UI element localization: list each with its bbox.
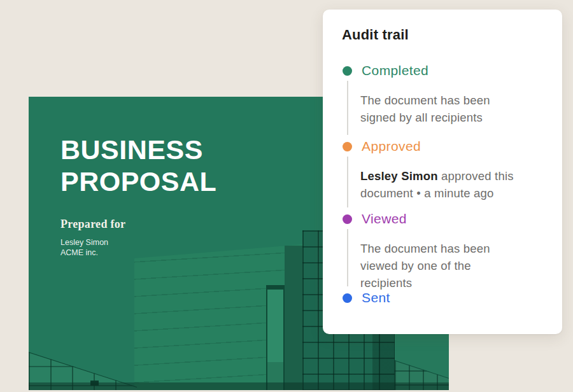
audit-event-viewed: Viewed The document has beenviewed by on… xyxy=(342,212,543,291)
recipient-name: Lesley Simon xyxy=(60,238,108,247)
status-description-viewed: The document has beenviewed by one of th… xyxy=(360,240,521,291)
audit-event-completed: Completed The document has beensigned by… xyxy=(342,64,543,126)
audit-event-sent: Sent xyxy=(342,291,543,305)
description-line: signed by all recipients xyxy=(360,111,483,124)
description-line: The document has been xyxy=(360,94,490,107)
prepared-for-label: Prepared for xyxy=(60,218,125,231)
recipient-company: ACME inc. xyxy=(60,248,98,257)
audit-event-approved: Approved Lesley Simon approved thisdocum… xyxy=(342,139,543,202)
building-graphic-base-band xyxy=(29,382,449,390)
status-dot-viewed xyxy=(343,214,352,224)
status-description-completed: The document has beensigned by all recip… xyxy=(360,92,521,126)
page-canvas: BUSINESSPROPOSAL Prepared for Lesley Sim… xyxy=(0,0,573,392)
status-description-approved: Lesley Simon approved thisdocument • a m… xyxy=(360,167,521,202)
timeline-connector xyxy=(347,81,348,135)
status-dot-sent xyxy=(343,293,352,303)
timeline-connector xyxy=(347,157,348,207)
status-label-viewed: Viewed xyxy=(362,211,407,227)
building-graphic-edge xyxy=(285,246,302,390)
status-dot-approved xyxy=(343,142,352,151)
description-line: viewed by one of the recipients xyxy=(360,259,471,290)
panel-title: Audit trail xyxy=(342,27,409,43)
actor-name: Lesley Simon xyxy=(360,169,438,183)
audit-trail-panel: Audit trail Completed The document has b… xyxy=(323,10,562,334)
status-dot-completed xyxy=(343,66,352,76)
recipient-block: Lesley SimonACME inc. xyxy=(60,237,108,258)
status-label-sent: Sent xyxy=(362,290,390,305)
description-line: The document has been xyxy=(360,242,490,255)
description-line: approved this xyxy=(438,169,514,183)
building-graphic-door xyxy=(266,285,285,390)
document-title-line1: BUSINESS xyxy=(60,134,203,165)
description-line: document • a minute ago xyxy=(360,186,494,200)
document-title-line2: PROPOSAL xyxy=(60,166,216,197)
document-title: BUSINESSPROPOSAL xyxy=(60,134,216,197)
timeline-connector xyxy=(347,229,348,286)
status-label-completed: Completed xyxy=(362,63,428,78)
status-label-approved: Approved xyxy=(362,139,421,154)
